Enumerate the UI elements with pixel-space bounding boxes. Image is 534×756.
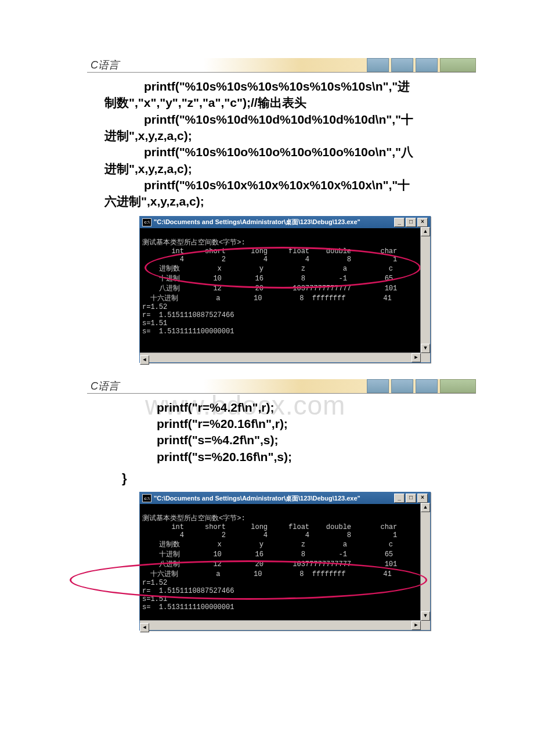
console-line: 4 2 4 4 8 1 <box>142 531 397 539</box>
window-title: "C:\Documents and Settings\Administrator… <box>154 494 360 503</box>
maximize-button[interactable]: □ <box>406 494 416 503</box>
close-button[interactable]: × <box>417 218 428 227</box>
console-line: 八进制 12 20 10377777777777 101 <box>142 560 397 568</box>
scrollbar-horizontal[interactable]: ◄ ► <box>140 352 421 362</box>
scroll-up-icon[interactable]: ▲ <box>421 503 430 512</box>
closing-brace: } <box>122 471 534 486</box>
code-line: printf("s=%20.16f\n",s); <box>157 450 292 463</box>
window-buttons: _ □ × <box>394 218 428 227</box>
console-line: s= 1.5131111100000001 <box>142 603 234 611</box>
header-label: C语言 <box>87 58 119 72</box>
console-line: 十进制 10 16 8 -1 65 <box>142 275 393 283</box>
code-line: printf("r=%4.2f\n",r); <box>157 401 275 414</box>
decor-block <box>440 58 476 72</box>
console-line: 十六进制 a 10 8 ffffffff 41 <box>142 570 392 578</box>
decor-block <box>416 379 438 393</box>
resize-grip[interactable] <box>421 621 430 630</box>
console-window-1: c:\ "C:\Documents and Settings\Administr… <box>139 216 431 363</box>
scroll-right-icon[interactable]: ► <box>412 353 421 362</box>
cmd-icon: c:\ <box>142 494 151 502</box>
scroll-up-icon[interactable]: ▲ <box>421 227 430 236</box>
decor-block <box>391 58 413 72</box>
decor-block <box>416 58 438 72</box>
scrollbar-vertical[interactable]: ▲ ▼ <box>420 227 430 353</box>
code-line: printf("s=%4.2f\n",s); <box>157 433 279 447</box>
scroll-down-icon[interactable]: ▼ <box>421 344 430 353</box>
code-line: printf("r=%20.16f\n",r); <box>157 417 288 430</box>
console-line: 测试基本类型所占空间数<字节>: <box>142 239 246 247</box>
decor-block <box>367 58 389 72</box>
console-line: 4 2 4 4 8 1 <box>142 255 397 264</box>
header-decor <box>367 58 476 72</box>
console-line: 进制数 x y z a c <box>142 541 393 549</box>
header-bar: C语言 <box>87 58 476 73</box>
console-line: r= 1.5151110887527466 <box>142 587 234 595</box>
resize-grip[interactable] <box>421 353 430 362</box>
console-line: 八进制 12 20 10377777777777 101 <box>142 285 397 293</box>
section-1: C语言 printf("%10s%10s%10s%10s%10s%10s\n",… <box>0 58 534 363</box>
console-line: r=1.52 <box>142 579 167 587</box>
titlebar: c:\ "C:\Documents and Settings\Administr… <box>140 217 430 228</box>
console-line: 十进制 10 16 8 -1 65 <box>142 550 393 559</box>
section-2: C语言 www.bdocx.com printf("r=%4.2f\n",r);… <box>0 379 534 631</box>
code-line: printf("%10s%10o%10o%10o%10o%10o\n","八 <box>104 145 413 159</box>
close-button[interactable]: × <box>417 494 428 503</box>
code-line: 六进制",x,y,z,a,c); <box>104 195 204 208</box>
header-label: C语言 <box>87 379 119 393</box>
code-line: printf("%10s%10x%10x%10x%10x%10x\n","十 <box>104 178 410 192</box>
scroll-left-icon[interactable]: ◄ <box>140 623 149 632</box>
code-line: 进制",x,y,z,a,c); <box>104 129 192 142</box>
minimize-button[interactable]: _ <box>394 218 405 227</box>
console-line: 十六进制 a 10 8 ffffffff 41 <box>142 294 392 303</box>
minimize-button[interactable]: _ <box>394 494 405 503</box>
code-comment: //输出表头 <box>251 96 306 109</box>
code-line: printf("%10s%10s%10s%10s%10s%10s\n","进 <box>104 80 410 93</box>
header-decor <box>367 379 476 393</box>
scroll-left-icon[interactable]: ◄ <box>140 355 149 365</box>
console-line: r=1.52 <box>142 303 167 311</box>
console-line: 进制数 x y z a c <box>142 265 393 273</box>
console-line: r= 1.5151110887527466 <box>142 311 234 319</box>
console-line: s=1.51 <box>142 319 167 327</box>
console-line: s= 1.5131111100000001 <box>142 327 234 336</box>
scrollbar-vertical[interactable]: ▲ ▼ <box>420 503 430 621</box>
scroll-down-icon[interactable]: ▼ <box>421 611 430 621</box>
console-output: 测试基本类型所占空间数<字节>: int short long float do… <box>140 504 430 630</box>
console-line: s=1.51 <box>142 595 167 603</box>
code-block-1: printf("%10s%10s%10s%10s%10s%10s\n","进 制… <box>104 78 471 210</box>
titlebar: c:\ "C:\Documents and Settings\Administr… <box>140 492 430 504</box>
decor-block <box>391 379 413 393</box>
decor-block <box>440 379 476 393</box>
console-line: int short long float double char <box>142 523 397 531</box>
code-block-2: printf("r=%4.2f\n",r); printf("r=%20.16f… <box>157 399 464 465</box>
decor-block <box>367 379 389 393</box>
cmd-icon: c:\ <box>142 218 151 226</box>
code-line: printf("%10s%10d%10d%10d%10d%10d\n","十 <box>104 113 413 126</box>
code-line: 制数","x","y","z","a","c"); <box>104 96 251 109</box>
maximize-button[interactable]: □ <box>406 218 416 227</box>
scrollbar-horizontal[interactable]: ◄ ► <box>140 620 421 630</box>
console-window-2: c:\ "C:\Documents and Settings\Administr… <box>139 492 431 631</box>
window-buttons: _ □ × <box>394 494 428 503</box>
console-line: 测试基本类型所占空间数<字节>: <box>142 514 246 523</box>
code-line: 进制",x,y,z,a,c); <box>104 162 192 175</box>
window-title: "C:\Documents and Settings\Administrator… <box>154 218 360 226</box>
scroll-right-icon[interactable]: ► <box>412 621 421 630</box>
console-line: int short long float double char <box>142 247 397 255</box>
console-output: 测试基本类型所占空间数<字节>: int short long float do… <box>140 228 430 362</box>
